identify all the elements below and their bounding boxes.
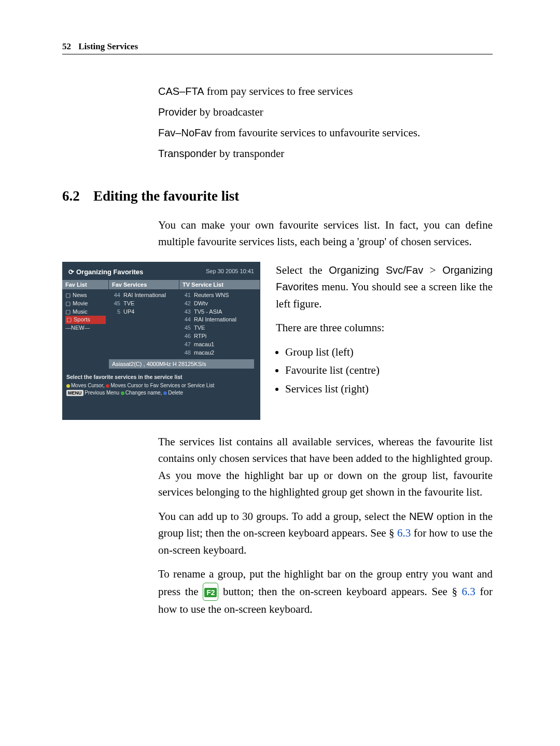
intro-paragraph: You can make your own favourite services…	[158, 217, 493, 250]
def-term: Fav–NoFav	[158, 127, 212, 138]
favlist-column[interactable]: ▢News ▢Movie ▢Music ▢Sports ---NEW---	[62, 289, 109, 358]
services-explain: The services list contains all available…	[158, 433, 493, 501]
add-group-paragraph: You can add up to 30 groups. To add a gr…	[158, 508, 493, 559]
favlist-item[interactable]: ▢Music	[65, 308, 106, 316]
new-option: NEW	[409, 511, 433, 522]
figure-explanation: Select the Organizing Svc/Fav > Organizi…	[276, 262, 493, 399]
list-item[interactable]: 42DWtv	[183, 300, 257, 308]
transponder-info: Asiasat2(C) , 4000MHz H 28125KS/s	[109, 359, 254, 369]
list-item[interactable]: 45TVE	[112, 300, 176, 308]
select-menu-paragraph: Select the Organizing Svc/Fav > Organizi…	[276, 262, 493, 313]
list-item[interactable]: 47macau1	[183, 341, 257, 349]
list-item: Services list (right)	[285, 381, 493, 398]
favlist-item-new[interactable]: ---NEW---	[65, 324, 106, 332]
list-item[interactable]: 45TVE	[183, 324, 257, 332]
screenshot-title: Organizing Favorites	[68, 268, 143, 276]
columns-list: Group list (left) Favourite list (centre…	[285, 344, 493, 398]
section-heading: 6.2Editing the favourite list	[62, 188, 493, 204]
intro-text: You can make your own favourite services…	[158, 217, 493, 250]
favservices-column[interactable]: 44RAI International 45TVE 5UP4	[109, 289, 179, 358]
def-desc: from pay services to free services	[207, 85, 353, 97]
column-headers: Fav List Fav Services TV Service List	[62, 280, 260, 289]
tv-icon: ▢	[65, 308, 71, 316]
chapter-title: Listing Services	[78, 41, 138, 51]
page-number: 52	[62, 41, 71, 51]
list-item[interactable]: 44RAI International	[183, 316, 257, 324]
blue-dot-icon	[163, 391, 167, 395]
def-term: CAS–FTA	[158, 86, 204, 97]
tv-icon: ▢	[66, 316, 72, 324]
header-favservices: Fav Services	[109, 280, 179, 289]
figure-and-text: Organizing Favorites Sep 30 2005 10:41 F…	[62, 262, 493, 420]
def-desc: from favourite services to unfavourite s…	[215, 126, 421, 139]
def-desc: by broadcaster	[200, 106, 263, 118]
header-favlist: Fav List	[62, 280, 109, 289]
favlist-item[interactable]: ▢Movie	[65, 300, 106, 308]
updown-icon	[66, 384, 70, 388]
list-item[interactable]: 41Reuters WNS	[183, 291, 257, 300]
def-term: Provider	[158, 106, 197, 118]
list-item[interactable]: 46RTPi	[183, 332, 257, 341]
favlist-item[interactable]: ▢News	[65, 291, 106, 300]
sort-definitions: CAS–FTA from pay services to free servic…	[158, 81, 493, 164]
after-figure-text: The services list contains all available…	[158, 433, 493, 617]
tv-icon: ▢	[65, 300, 71, 308]
menu-path: Organizing Svc/Fav	[329, 264, 423, 276]
list-item[interactable]: 5UP4	[112, 308, 176, 316]
section-link[interactable]: 6.3	[462, 585, 475, 598]
list-item[interactable]: 48macau2	[183, 349, 257, 357]
tvservices-column[interactable]: 41Reuters WNS 42DWtv 43TV5 - ASIA 44RAI …	[179, 289, 260, 358]
list-item[interactable]: 43TV5 - ASIA	[183, 308, 257, 316]
manual-page: 52 Listing Services CAS–FTA from pay ser…	[0, 0, 560, 746]
section-number: 6.2	[62, 188, 93, 204]
help-line: Moves Cursor, Moves Cursor to Fav Servic…	[66, 382, 256, 396]
organizing-favorites-screenshot: Organizing Favorites Sep 30 2005 10:41 F…	[62, 262, 260, 420]
menu-key-icon: MENU	[66, 390, 83, 396]
running-header: 52 Listing Services	[62, 41, 493, 54]
screenshot-timestamp: Sep 30 2005 10:41	[206, 268, 254, 276]
section-title: Editing the favourite list	[93, 188, 239, 204]
list-item[interactable]: 44RAI International	[112, 291, 176, 300]
def-term: Transponder	[158, 148, 217, 159]
f2-button-icon: F2	[203, 583, 218, 601]
rename-group-paragraph: To rename a group, put the highlight bar…	[158, 566, 493, 617]
def-desc: by transponder	[219, 147, 284, 160]
green-dot-icon	[121, 391, 124, 395]
list-item: Group list (left)	[285, 344, 493, 361]
help-title: Select the favorite services in the serv…	[66, 374, 256, 380]
columns-intro: There are three columns:	[276, 319, 493, 336]
tv-icon: ▢	[65, 291, 71, 300]
header-tvservicelist: TV Service List	[179, 280, 260, 289]
favlist-item-selected[interactable]: ▢Sports	[65, 316, 106, 324]
section-link[interactable]: 6.3	[397, 527, 411, 539]
leftright-icon	[106, 384, 109, 388]
list-item: Favourite list (centre)	[285, 362, 493, 379]
